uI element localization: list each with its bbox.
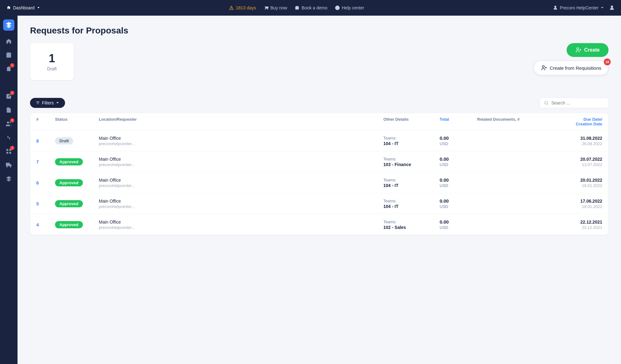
content-area: Requests for Proposals 1 Draft Create Cr… xyxy=(18,16,621,364)
stat-num-draft: 1 xyxy=(41,52,63,65)
row-details: Teams: 104 - IT xyxy=(383,199,440,209)
table-row: 7 Approved Main Office precorohelpcenter… xyxy=(30,151,608,172)
table-body: 8 Draft Main Office precorohelpcenter...… xyxy=(30,130,608,235)
col-head-related: Related Documents, # xyxy=(477,117,540,126)
svg-rect-10 xyxy=(6,163,10,166)
sidebar-item-home[interactable] xyxy=(3,35,15,48)
svg-marker-13 xyxy=(6,176,12,179)
controls-row: Filters xyxy=(30,98,608,108)
row-number[interactable]: 8 xyxy=(36,138,55,144)
row-total: 0.00 USD xyxy=(440,135,477,146)
sidebar: ! ! ! ! xyxy=(0,16,18,364)
table-row: 5 Approved Main Office precorohelpcenter… xyxy=(30,193,608,214)
main-layout: ! ! ! ! xyxy=(0,16,621,364)
row-dates: 22.12.2021 22.12.2021 xyxy=(540,220,602,230)
search-box xyxy=(540,98,608,108)
buy-now-nav[interactable]: Buy now xyxy=(264,5,287,10)
row-number[interactable]: 6 xyxy=(36,180,55,185)
table-header: # Status Location/Requester Other Detail… xyxy=(30,113,608,130)
svg-rect-0 xyxy=(295,6,299,9)
svg-point-14 xyxy=(577,48,579,50)
top-nav: Dashboard 1813 days Buy now Book a demo … xyxy=(0,0,621,16)
stat-card-draft: 1 Draft xyxy=(30,43,74,80)
row-details: Teams: 104 - IT xyxy=(383,136,440,146)
sidebar-item-grid[interactable]: ! xyxy=(3,145,15,158)
sidebar-item-truck[interactable] xyxy=(3,159,15,171)
svg-rect-6 xyxy=(7,149,8,151)
action-row: Create Create from Requisitions 18 xyxy=(534,43,608,75)
sidebar-item-requisitions[interactable] xyxy=(3,76,15,89)
search-input[interactable] xyxy=(551,100,604,105)
table-row: 8 Draft Main Office precorohelpcenter...… xyxy=(30,130,608,151)
help-center-nav[interactable]: Help center xyxy=(335,5,364,10)
row-dates: 20.07.2022 13.07.2022 xyxy=(540,157,602,167)
stats-row: 1 Draft xyxy=(30,43,74,80)
row-location: Main Office precorohelpcenter... xyxy=(99,178,383,188)
row-location: Main Office precorohelpcenter... xyxy=(99,157,383,167)
svg-point-12 xyxy=(10,166,11,167)
sidebar-logo[interactable] xyxy=(3,19,14,31)
sidebar-item-reports[interactable] xyxy=(3,104,15,116)
sidebar-item-checklist[interactable]: ! xyxy=(3,90,15,103)
dashboard-label: Dashboard xyxy=(13,5,35,10)
row-status: Approved xyxy=(55,221,99,228)
row-status: Draft xyxy=(55,137,99,144)
row-number[interactable]: 5 xyxy=(36,201,55,206)
row-location: Main Office precorohelpcenter... xyxy=(99,136,383,146)
sidebar-item-users[interactable]: ! xyxy=(3,118,15,130)
sidebar-badge-users: ! xyxy=(10,118,14,123)
row-dates: 31.08.2022 26.08.2022 xyxy=(540,136,602,146)
book-demo-nav[interactable]: Book a demo xyxy=(295,5,327,10)
col-head-status: Status xyxy=(55,117,99,126)
row-number[interactable]: 7 xyxy=(36,159,55,164)
page-title: Requests for Proposals xyxy=(30,26,608,36)
row-location: Main Office precorohelpcenter... xyxy=(99,220,383,230)
col-head-dates[interactable]: Due Date/Creation Date xyxy=(540,117,602,126)
sidebar-item-cart[interactable] xyxy=(3,49,15,61)
svg-rect-8 xyxy=(9,152,11,154)
data-table: # Status Location/Requester Other Detail… xyxy=(30,113,608,235)
user-icon[interactable] xyxy=(609,5,615,11)
nav-right: Precoro HelpCenter xyxy=(553,5,615,11)
dashboard-nav[interactable]: Dashboard xyxy=(6,5,40,10)
sidebar-item-layers[interactable] xyxy=(3,173,15,185)
sidebar-badge-grid: ! xyxy=(10,146,14,150)
col-head-total[interactable]: Total xyxy=(440,117,477,126)
row-details: Teams: 103 - Finance xyxy=(383,157,440,167)
svg-point-17 xyxy=(542,66,544,68)
col-head-details: Other Details xyxy=(383,117,440,126)
requisitions-badge: 18 xyxy=(604,58,611,65)
search-icon xyxy=(544,100,549,105)
row-total: 0.00 USD xyxy=(440,177,477,188)
svg-point-11 xyxy=(7,166,8,167)
row-details: Teams: 102 - Sales xyxy=(383,220,440,230)
table-row: 6 Approved Main Office precorohelpcenter… xyxy=(30,172,608,193)
svg-rect-9 xyxy=(7,152,8,154)
sidebar-badge-orders: ! xyxy=(10,63,14,68)
sidebar-item-analytics[interactable] xyxy=(3,131,15,144)
nav-center: 1813 days Buy now Book a demo Help cente… xyxy=(229,5,364,10)
row-total: 0.00 USD xyxy=(440,156,477,167)
row-status: Approved xyxy=(55,200,99,207)
stat-label-draft: Draft xyxy=(41,66,63,71)
row-number[interactable]: 4 xyxy=(36,222,55,227)
user-menu[interactable]: Precoro HelpCenter xyxy=(553,5,604,10)
create-from-requisitions-button[interactable]: Create from Requisitions 18 xyxy=(534,61,608,75)
row-dates: 20.01.2022 18.01.2022 xyxy=(540,178,602,188)
row-details: Teams: 104 - IT xyxy=(383,178,440,188)
row-total: 0.00 USD xyxy=(440,198,477,209)
col-head-num: # xyxy=(36,117,55,126)
sidebar-item-orders[interactable]: ! xyxy=(3,63,15,75)
row-location: Main Office precorohelpcenter... xyxy=(99,199,383,209)
sidebar-badge-checklist: ! xyxy=(10,91,14,95)
col-head-location: Location/Requester xyxy=(99,117,383,126)
create-button[interactable]: Create xyxy=(567,43,608,57)
table-row: 4 Approved Main Office precorohelpcenter… xyxy=(30,214,608,235)
svg-point-5 xyxy=(7,122,9,124)
filters-button[interactable]: Filters xyxy=(30,98,65,108)
row-total: 0.00 USD xyxy=(440,219,477,230)
row-status: Approved xyxy=(55,158,99,165)
row-dates: 17.06.2022 18.01.2022 xyxy=(540,199,602,209)
warning-days[interactable]: 1813 days xyxy=(229,5,256,10)
row-status: Approved xyxy=(55,179,99,186)
